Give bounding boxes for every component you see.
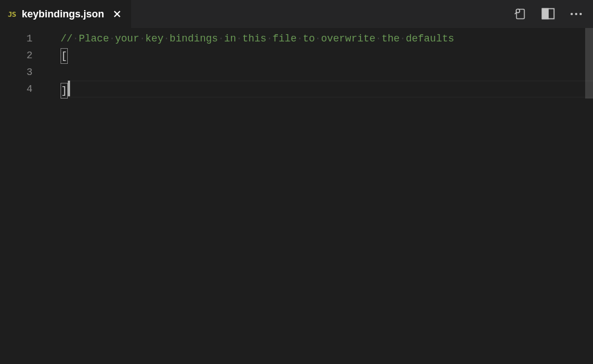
tab-title: keybindings.json	[22, 8, 104, 20]
line-number: 1	[0, 30, 45, 47]
code-area[interactable]: //·Place·your·key·bindings·in·this·file·…	[45, 28, 593, 364]
line-number: 3	[0, 64, 45, 81]
line-number: 4	[0, 81, 45, 97]
tabbar-spacer	[131, 0, 512, 28]
editor-actions	[512, 0, 593, 28]
tab-keybindings[interactable]: JS keybindings.json	[0, 0, 131, 28]
code-line: //·Place·your·key·bindings·in·this·file·…	[61, 30, 593, 47]
diff-icon[interactable]	[512, 6, 528, 22]
code-editor[interactable]: 1 2 3 4 //·Place·your·key·bindings·in·th…	[0, 28, 593, 364]
svg-point-8	[580, 13, 582, 15]
js-file-icon: JS	[8, 10, 16, 18]
text-cursor	[68, 81, 70, 96]
svg-point-7	[575, 13, 577, 15]
close-icon[interactable]	[112, 9, 122, 19]
svg-point-6	[571, 13, 573, 15]
tab-bar: JS keybindings.json	[0, 0, 593, 28]
line-number: 2	[0, 47, 45, 64]
code-line: [	[61, 47, 593, 64]
code-line-current: ]	[61, 81, 593, 97]
line-number-gutter: 1 2 3 4	[0, 28, 45, 364]
vertical-scrollbar[interactable]	[585, 28, 593, 364]
split-editor-icon[interactable]	[540, 6, 556, 22]
more-icon[interactable]	[568, 6, 584, 22]
code-line	[61, 64, 593, 81]
scrollbar-thumb[interactable]	[585, 28, 593, 99]
svg-rect-5	[543, 9, 549, 19]
